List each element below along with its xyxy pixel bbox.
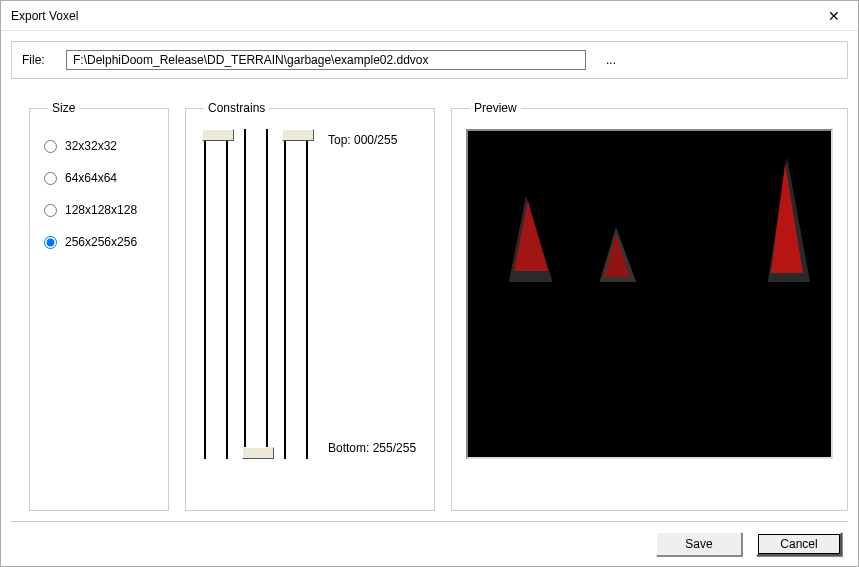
preview-group: Preview [451,101,848,511]
button-bar: Save Cancel [11,521,848,556]
file-row: File: ... [11,41,848,79]
slider-top-thumb[interactable] [202,129,234,141]
size-radio-128[interactable] [44,204,57,217]
constrains-group: Constrains [185,101,435,511]
export-voxel-dialog: Export Voxel ✕ File: ... Size 32x32x32 6… [0,0,859,567]
close-button[interactable]: ✕ [814,4,854,28]
size-radio-256[interactable] [44,236,57,249]
slider-bottom[interactable] [240,129,272,459]
terrain-peak [767,157,811,287]
size-option-256[interactable]: 256x256x256 [44,235,154,249]
preview-legend: Preview [470,101,521,115]
size-option-64[interactable]: 64x64x64 [44,171,154,185]
size-label-64: 64x64x64 [65,171,117,185]
constrains-legend: Constrains [204,101,269,115]
size-option-32[interactable]: 32x32x32 [44,139,154,153]
slider-top[interactable] [200,129,232,459]
size-group: Size 32x32x32 64x64x64 128x128x128 256x2… [29,101,169,511]
file-label: File: [22,53,52,67]
size-label-256: 256x256x256 [65,235,137,249]
constraint-sliders [200,129,312,459]
bottom-value-label: Bottom: 255/255 [328,441,416,455]
size-label-128: 128x128x128 [65,203,137,217]
close-icon: ✕ [828,8,840,24]
terrain-ground [468,282,831,342]
browse-button[interactable]: ... [600,53,622,67]
main-area: Size 32x32x32 64x64x64 128x128x128 256x2… [1,79,858,521]
terrain-peak [598,227,638,287]
window-title: Export Voxel [11,9,78,23]
top-value-label: Top: 000/255 [328,133,416,147]
slider-extra-thumb[interactable] [282,129,314,141]
titlebar: Export Voxel ✕ [1,1,858,31]
slider-extra[interactable] [280,129,312,459]
preview-canvas [466,129,833,459]
size-label-32: 32x32x32 [65,139,117,153]
size-radio-64[interactable] [44,172,57,185]
file-path-input[interactable] [66,50,586,70]
slider-bottom-thumb[interactable] [242,447,274,459]
constraint-labels: Top: 000/255 Bottom: 255/255 [328,129,416,459]
cancel-button[interactable]: Cancel [756,532,842,556]
size-legend: Size [48,101,79,115]
terrain-peak [508,197,554,287]
size-option-128[interactable]: 128x128x128 [44,203,154,217]
save-button[interactable]: Save [656,532,742,556]
size-radio-32[interactable] [44,140,57,153]
